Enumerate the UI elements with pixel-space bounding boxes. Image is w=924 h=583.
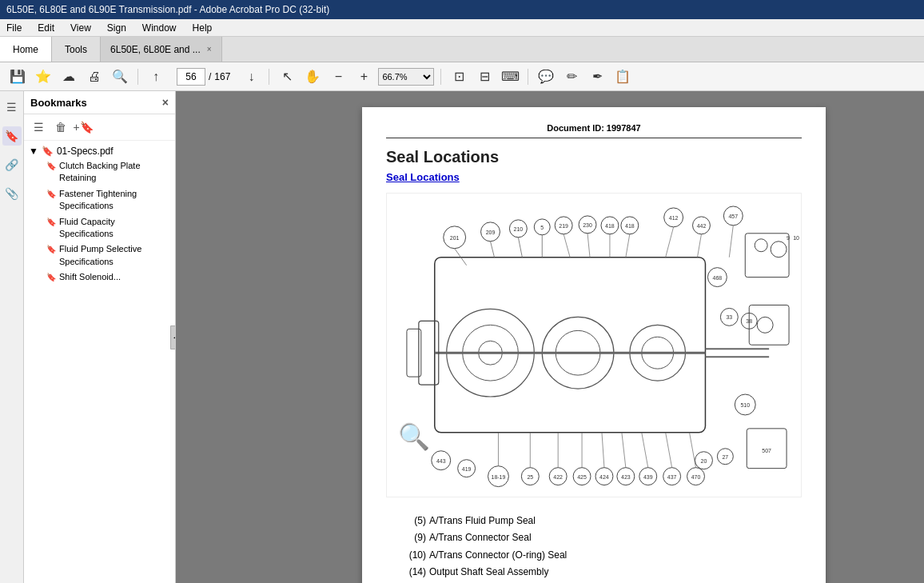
page-navigation: / 167 [177,68,230,86]
bookmarks-panel: Bookmarks × ☰ 🗑 +🔖 ▼ 🔖 01-Specs.pdf 🔖 Cl… [24,91,176,583]
bookmark-item-shift[interactable]: 🔖 Shift Solenoid... [24,270,175,285]
toolbar: 💾 ⭐ ☁ 🖨 🔍 ↑ / 167 ↓ ↖ ✋ − + 66.7% 50% 75… [0,62,924,91]
menu-edit[interactable]: Edit [34,21,58,35]
tab-home[interactable]: Home [0,37,52,62]
svg-line-85 [626,234,630,258]
sidebar-toolbar: ☰ 🗑 +🔖 [24,114,175,141]
stamp-button[interactable]: 📋 [611,66,634,88]
svg-line-83 [587,234,590,258]
diagram-container: 201 209 210 5 219 [386,193,802,500]
link-icon-button[interactable]: 🔗 [2,155,22,174]
comment-button[interactable]: 💬 [535,66,557,88]
bookmark-item-fluid-capacity[interactable]: 🔖 Fluid Capacity Specifications [24,214,175,242]
pen-button[interactable]: ✏ [560,66,583,88]
bookmark-list: ▼ 🔖 01-Specs.pdf 🔖 Clutch Backing Plate … [24,141,175,583]
svg-text:219: 219 [559,223,568,229]
bookmark-bullet-icon-2: 🔖 [46,189,56,200]
svg-text:418: 418 [605,223,615,229]
tab-document[interactable]: 6L50E, 6L80E and ... × [101,37,222,62]
svg-text:507: 507 [762,448,771,453]
bookmark-root-item[interactable]: ▼ 🔖 01-Specs.pdf [24,144,175,158]
svg-text:201: 201 [450,235,460,241]
svg-text:5: 5 [540,225,544,230]
page-number-input[interactable] [177,68,205,86]
paperclip-icon-button[interactable]: 📎 [2,184,22,203]
bookmark-item-clutch[interactable]: 🔖 Clutch Backing Plate Retaining [24,158,175,186]
svg-text:9: 9 [787,235,790,241]
save-button[interactable]: 💾 [6,66,29,88]
bookmark-label-fastener: Fastener Tightening Specifications [59,188,169,213]
fit-page-button[interactable]: ⊡ [448,66,470,88]
legend-item-5: (5) A/Trans Fluid Pump Seal [402,513,802,530]
svg-text:443: 443 [436,458,446,464]
menu-file[interactable]: File [3,21,25,35]
nav-icon-button[interactable]: ☰ [2,98,22,117]
bookmark-item-fluid-pump[interactable]: 🔖 Fluid Pump Selective Specifications [24,242,175,270]
svg-text:510: 510 [740,402,750,408]
seal-locations-link[interactable]: Seal Locations [386,171,802,183]
sidebar-collapse-button[interactable]: ◀ [170,325,176,349]
expand-icon: ▼ [29,146,38,157]
cloud-button[interactable]: ☁ [58,66,80,88]
tab-close-button[interactable]: × [207,45,212,54]
svg-point-51 [757,317,773,333]
svg-text:468: 468 [713,275,723,281]
svg-text:20: 20 [701,458,707,464]
zoom-out-button[interactable]: 🔍 [109,66,131,88]
hand-tool-button[interactable]: ✋ [301,66,324,88]
svg-text:422: 422 [553,474,563,480]
svg-text:437: 437 [667,474,677,480]
zoom-in-tool-button[interactable]: + [352,66,375,88]
keyboard-button[interactable]: ⌨ [499,66,521,88]
svg-text:412: 412 [669,215,679,221]
highlight-button[interactable]: ✒ [586,66,608,88]
svg-text:27: 27 [722,454,728,460]
toolbar-separator-4 [528,69,528,85]
svg-text:418: 418 [625,223,635,229]
svg-rect-50 [749,305,789,345]
svg-text:419: 419 [462,466,472,472]
sidebar-close-button[interactable]: × [162,96,169,109]
svg-line-97 [690,433,696,468]
legend-text-5: A/Trans Fluid Pump Seal [429,513,536,530]
page-total: 167 [214,71,230,82]
bookmark-item-fastener[interactable]: 🔖 Fastener Tightening Specifications [24,186,175,214]
sidebar-add-button[interactable]: +🔖 [74,118,93,137]
menu-bar: File Edit View Sign Window Help [0,19,924,37]
legend-item-9: (9) A/Trans Connector Seal [402,529,802,547]
legend-text-14: Output Shaft Seal Assembly [429,564,548,581]
page-up-button[interactable]: ↑ [145,66,167,88]
svg-line-21 [518,238,522,258]
tab-tools[interactable]: Tools [52,37,101,62]
page-title: Seal Locations [386,148,802,166]
page-down-button[interactable]: ↓ [240,66,262,88]
svg-line-95 [642,433,648,468]
pdf-content-area[interactable]: Document ID: 1997847 Seal Locations Seal… [336,91,852,583]
legend-text-9: A/Trans Connector Seal [429,529,532,547]
svg-text:230: 230 [583,222,592,228]
zoom-out-tool-button[interactable]: − [327,66,349,88]
svg-line-18 [491,242,495,258]
toolbar-separator-3 [440,69,441,85]
scroll-button[interactable]: ⊟ [473,66,496,88]
transmission-diagram: 201 209 210 5 219 [386,193,802,497]
bookmark-icon-button[interactable]: 🔖 [2,126,22,146]
sidebar-menu-button[interactable]: ☰ [29,118,48,137]
menu-view[interactable]: View [67,21,94,35]
menu-window[interactable]: Window [139,21,180,35]
menu-help[interactable]: Help [189,21,216,35]
cursor-tool-button[interactable]: ↖ [276,66,298,88]
bookmark-label-fluid-pump: Fluid Pump Selective Specifications [59,243,169,268]
document-id: Document ID: 1997847 [386,123,802,138]
svg-line-96 [666,433,672,468]
svg-text:210: 210 [514,226,524,232]
bookmark-button[interactable]: ⭐ [32,66,54,88]
svg-line-94 [622,433,626,468]
svg-text:423: 423 [621,474,631,480]
legend-list: (5) A/Trans Fluid Pump Seal (9) A/Trans … [386,513,802,583]
print-button[interactable]: 🖨 [83,66,106,88]
zoom-dropdown[interactable]: 66.7% 50% 75% 100% [378,68,434,86]
sidebar-delete-button[interactable]: 🗑 [51,118,70,137]
menu-sign[interactable]: Sign [104,21,129,35]
svg-point-43 [771,242,787,258]
